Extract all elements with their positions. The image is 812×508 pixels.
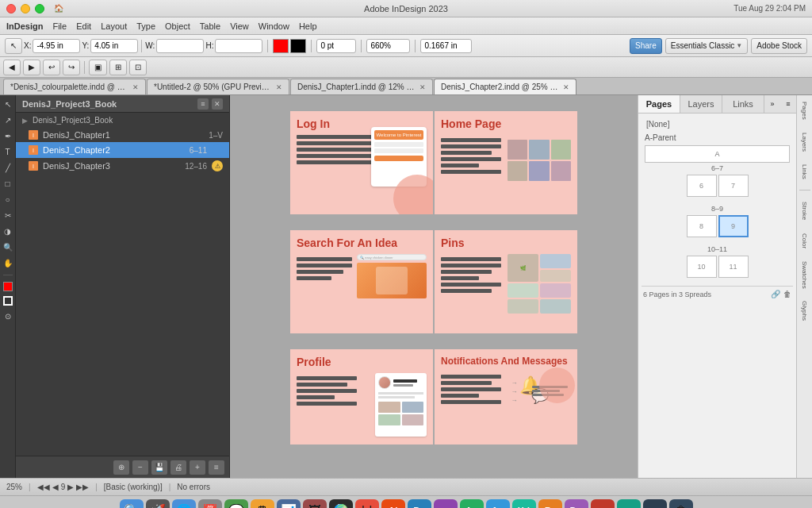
book-expand-row[interactable]: ▶ DenisJ_Project3_Book bbox=[16, 113, 229, 128]
tool-gradient[interactable]: ◑ bbox=[2, 225, 13, 237]
tab-2[interactable]: DenisJ_Chapter1.indd @ 12% (GPU Preview)… bbox=[290, 79, 433, 94]
panel-layers-icon[interactable]: Layers bbox=[801, 129, 808, 155]
page-thumb-9[interactable]: 9 bbox=[718, 215, 749, 237]
panel-options-icon[interactable]: ≡ bbox=[780, 95, 796, 113]
tool-zoom[interactable]: 🔍 bbox=[2, 241, 13, 252]
selection-tool[interactable]: ↖ bbox=[5, 38, 22, 54]
panel-stroke-icon[interactable]: Stroke bbox=[801, 198, 808, 223]
dock-finder[interactable]: 🔍 bbox=[120, 499, 144, 509]
tool-pen[interactable]: ✒ bbox=[2, 130, 13, 141]
share-button[interactable]: Share bbox=[630, 38, 662, 54]
tool-select[interactable]: ↖ bbox=[2, 98, 13, 110]
view-btn2[interactable]: ⊞ bbox=[109, 60, 127, 75]
pages-tab[interactable]: Pages bbox=[638, 95, 680, 113]
tool-mode[interactable]: ⊙ bbox=[2, 310, 13, 321]
page-thumb-6[interactable]: 6 bbox=[687, 175, 717, 197]
panel-expand-icon[interactable]: » bbox=[764, 95, 780, 113]
dock-illustrator[interactable]: Ai bbox=[381, 499, 405, 509]
dock-messages[interactable]: 💬 bbox=[224, 499, 248, 509]
panel-expand-btn[interactable]: ✕ bbox=[212, 98, 223, 110]
dock-dreamweaver[interactable]: Dw bbox=[434, 499, 458, 509]
back-btn[interactable]: ◀ bbox=[3, 60, 21, 75]
redo-btn[interactable]: ↪ bbox=[63, 60, 80, 75]
prev-btn[interactable]: ◀ bbox=[52, 483, 59, 491]
close-button[interactable] bbox=[6, 4, 16, 13]
maximize-button[interactable] bbox=[35, 4, 44, 13]
tool-fill[interactable] bbox=[3, 282, 13, 291]
tab-0[interactable]: *DenisJ_colourpalette.indd @ 56% (GPU Pr… bbox=[3, 79, 146, 94]
dock-safari[interactable]: 🌐 bbox=[172, 499, 196, 509]
tool-hand[interactable]: ✋ bbox=[2, 257, 13, 268]
panel-menu-btn[interactable]: ≡ bbox=[197, 98, 209, 110]
chapter1-item[interactable]: I DenisJ_Chapter1 1–V bbox=[16, 128, 229, 142]
layout-menu[interactable]: Layout bbox=[101, 21, 127, 31]
dock-photoshop[interactable]: Ps bbox=[408, 499, 431, 509]
tool-scissors[interactable]: ✂ bbox=[2, 210, 13, 221]
panel-plus-btn[interactable]: + bbox=[190, 460, 205, 475]
panel-color-icon[interactable]: Color bbox=[801, 230, 808, 252]
page-pins[interactable]: Pins bbox=[435, 230, 577, 333]
tab-3[interactable]: DenisJ_Chapter2.indd @ 25% (GPU Pr... ✕ bbox=[434, 79, 576, 94]
view-btn1[interactable]: ▣ bbox=[89, 60, 107, 75]
page-home[interactable]: Home Page bbox=[435, 111, 577, 214]
tool-type[interactable]: T bbox=[2, 146, 13, 157]
panel-save-btn[interactable]: 💾 bbox=[151, 460, 167, 475]
close-tab-0[interactable]: ✕ bbox=[132, 83, 139, 91]
dock-acrobat[interactable]: Ac bbox=[460, 499, 484, 509]
close-tab-2[interactable]: ✕ bbox=[419, 83, 426, 91]
links-tab[interactable]: Links bbox=[722, 95, 764, 113]
panel-print-btn[interactable]: 🖨 bbox=[170, 460, 186, 475]
edit-menu[interactable]: Edit bbox=[76, 21, 91, 31]
home-icon[interactable]: 🏠 bbox=[54, 4, 63, 13]
tab-1[interactable]: *Untitled-2 @ 50% (GPU Preview) ✕ bbox=[147, 79, 289, 94]
page-thumb-8[interactable]: 8 bbox=[687, 215, 717, 237]
prev-page-btn[interactable]: ◀◀ bbox=[37, 483, 50, 491]
page-thumb-10[interactable]: 10 bbox=[687, 256, 717, 278]
panel-swatches-icon[interactable]: Swatches bbox=[801, 258, 808, 292]
dock-aftereffects[interactable]: Ae bbox=[617, 499, 641, 509]
forward-btn[interactable]: ▶ bbox=[23, 60, 40, 75]
page-notifications[interactable]: Notifications And Messages bbox=[435, 349, 577, 444]
type-menu[interactable]: Type bbox=[136, 21, 155, 31]
panel-menu2-btn[interactable]: ≡ bbox=[209, 460, 224, 475]
close-tab-3[interactable]: ✕ bbox=[563, 83, 569, 91]
x-input[interactable] bbox=[33, 39, 80, 53]
tool-ellipse[interactable]: ○ bbox=[2, 194, 13, 205]
panel-pages-icon[interactable]: Pages bbox=[801, 98, 808, 123]
chapter3-item[interactable]: I DenisJ_Chapter3 12–16 ⚠ bbox=[16, 158, 229, 174]
w-input[interactable] bbox=[156, 39, 204, 53]
chapter2-item[interactable]: I DenisJ_Chapter2 6–11 bbox=[16, 142, 229, 158]
tool-rect[interactable]: □ bbox=[2, 178, 13, 189]
next-page-btn[interactable]: ▶▶ bbox=[76, 483, 89, 491]
page-search[interactable]: Search For An Idea bbox=[290, 230, 433, 333]
page-login[interactable]: Log In Welcome to Pinterest bbox=[290, 111, 433, 214]
dock-photos[interactable]: 🖼 bbox=[303, 499, 327, 509]
pages-del-btn[interactable]: 🗑 bbox=[783, 290, 791, 298]
dock-notes[interactable]: 🗒 bbox=[251, 499, 274, 509]
file-menu[interactable]: File bbox=[52, 21, 67, 31]
close-tab-1[interactable]: ✕ bbox=[276, 83, 282, 91]
page-profile[interactable]: Profile bbox=[290, 349, 433, 444]
next-btn[interactable]: ▶ bbox=[67, 483, 74, 491]
dock-lightroom[interactable]: Lr bbox=[643, 499, 667, 509]
dock-chrome[interactable]: 🌍 bbox=[329, 499, 353, 509]
dock-premiere[interactable]: Pr bbox=[591, 499, 615, 509]
page-thumb-11[interactable]: 11 bbox=[718, 256, 749, 278]
minimize-button[interactable] bbox=[21, 4, 30, 13]
width-input[interactable] bbox=[420, 39, 472, 53]
window-menu[interactable]: Window bbox=[259, 21, 289, 31]
fill-color[interactable] bbox=[273, 39, 289, 53]
layers-tab[interactable]: Layers bbox=[680, 95, 722, 113]
page-thumb-7[interactable]: 7 bbox=[718, 175, 749, 197]
pt-input[interactable] bbox=[316, 39, 356, 53]
y-input[interactable] bbox=[90, 39, 138, 53]
zoom-input[interactable] bbox=[366, 39, 410, 53]
tool-line[interactable]: ╱ bbox=[2, 162, 13, 173]
canvas-area[interactable]: Log In Welcome to Pinterest bbox=[230, 95, 638, 478]
stock-button[interactable]: Adobe Stock bbox=[751, 38, 807, 54]
pages-add-btn[interactable]: 🔗 bbox=[771, 290, 780, 298]
view-menu[interactable]: View bbox=[230, 21, 249, 31]
panel-add-btn[interactable]: ⊕ bbox=[113, 460, 129, 475]
panel-links-icon[interactable]: Links bbox=[801, 161, 808, 183]
dock-indesign[interactable]: Id bbox=[355, 499, 379, 509]
